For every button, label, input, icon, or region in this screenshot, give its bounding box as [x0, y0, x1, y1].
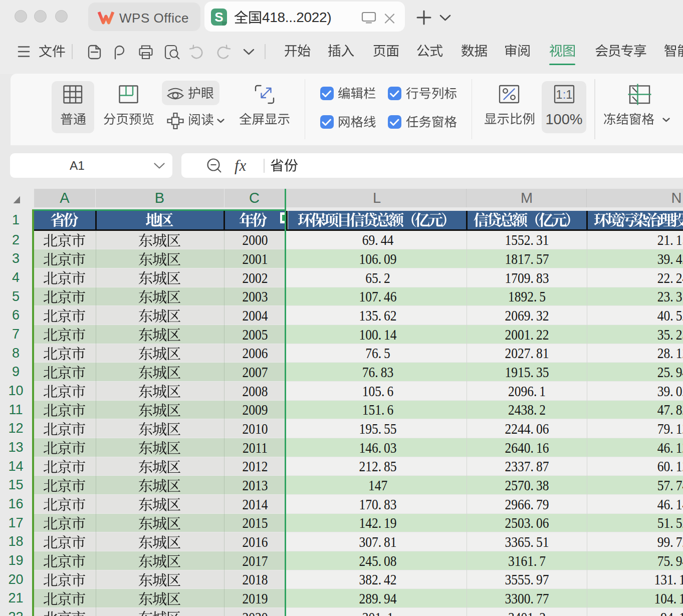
- svg-text:1:1: 1:1: [556, 88, 572, 101]
